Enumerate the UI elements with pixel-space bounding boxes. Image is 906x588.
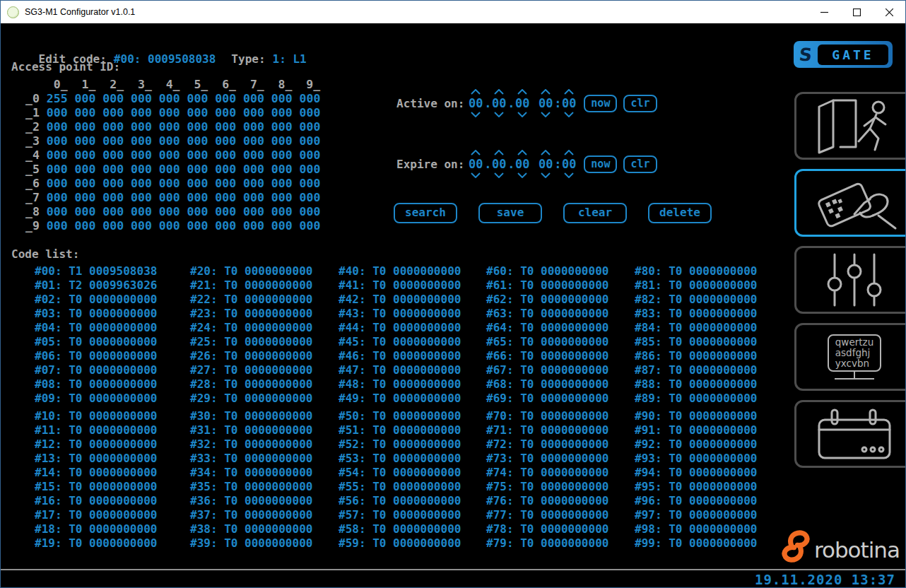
ap-cell-2-0[interactable]: 000 [40,120,68,134]
code-entry-60[interactable]: #60: T0 0000000000 [486,264,608,278]
ap-cell-6-9[interactable]: 000 [293,177,321,190]
code-entry-80[interactable]: #80: T0 0000000000 [635,264,757,278]
ap-cell-9-8[interactable]: 000 [264,219,293,233]
ap-cell-0-9[interactable]: 000 [293,92,321,105]
code-entry-49[interactable]: #49: T0 0000000000 [339,392,461,406]
spin-up-icon[interactable] [517,150,527,155]
code-entry-33[interactable]: #33: T0 0000000000 [190,452,312,466]
code-entry-51[interactable]: #51: T0 0000000000 [339,423,461,437]
save-button[interactable]: save [478,203,542,223]
spin-down-icon[interactable] [494,112,504,117]
code-entry-01[interactable]: #01: T2 0009963026 [35,278,157,293]
code-entry-68[interactable]: #68: T0 0000000000 [486,377,608,392]
ap-cell-3-1[interactable]: 000 [68,134,96,148]
ap-cell-1-2[interactable]: 000 [95,106,124,119]
code-entry-22[interactable]: #22: T0 0000000000 [190,293,312,307]
code-entry-36[interactable]: #36: T0 0000000000 [190,494,312,508]
ap-cell-9-3[interactable]: 000 [124,219,152,233]
code-entry-54[interactable]: #54: T0 0000000000 [339,466,461,480]
code-entry-21[interactable]: #21: T0 0000000000 [190,278,312,293]
code-entry-17[interactable]: #17: T0 0000000000 [35,508,157,522]
ap-cell-8-7[interactable]: 000 [236,205,264,218]
code-entry-53[interactable]: #53: T0 0000000000 [339,452,461,466]
ap-cell-2-2[interactable]: 000 [95,120,124,134]
ap-cell-9-5[interactable]: 000 [180,219,208,233]
sidebar-card-reader-button[interactable] [794,169,906,237]
code-entry-63[interactable]: #63: T0 0000000000 [486,307,608,321]
ap-cell-5-9[interactable]: 000 [293,163,321,176]
spin-up-icon[interactable] [541,89,551,95]
ap-cell-5-4[interactable]: 000 [152,163,180,176]
ap-cell-7-6[interactable]: 000 [208,191,236,204]
ap-cell-7-5[interactable]: 000 [180,191,208,204]
code-entry-06[interactable]: #06: T0 0000000000 [35,349,157,363]
code-entry-78[interactable]: #78: T0 0000000000 [486,522,608,536]
sidebar-door-access-button[interactable] [794,92,906,160]
ap-cell-3-7[interactable]: 000 [236,134,264,148]
code-entry-09[interactable]: #09: T0 0000000000 [35,392,157,406]
ap-cell-4-5[interactable]: 000 [180,148,208,162]
ap-cell-7-8[interactable]: 000 [264,191,293,204]
datetime-value[interactable]: 00 [515,96,529,110]
ap-cell-5-2[interactable]: 000 [95,163,124,176]
ap-cell-3-2[interactable]: 000 [95,134,124,148]
spin-down-icon[interactable] [564,112,574,117]
spin-down-icon[interactable] [471,112,481,117]
code-entry-70[interactable]: #70: T0 0000000000 [486,409,608,423]
ap-cell-0-4[interactable]: 000 [152,92,180,105]
code-entry-82[interactable]: #82: T0 0000000000 [635,293,757,307]
ap-cell-3-9[interactable]: 000 [293,134,321,148]
code-entry-98[interactable]: #98: T0 0000000000 [635,522,757,536]
ap-cell-0-8[interactable]: 000 [264,92,293,105]
code-entry-30[interactable]: #30: T0 0000000000 [190,409,312,423]
ap-cell-5-7[interactable]: 000 [236,163,264,176]
ap-cell-3-4[interactable]: 000 [152,134,180,148]
ap-cell-4-3[interactable]: 000 [124,148,152,162]
code-entry-58[interactable]: #58: T0 0000000000 [339,522,461,536]
code-entry-83[interactable]: #83: T0 0000000000 [635,307,757,321]
ap-cell-8-8[interactable]: 000 [264,205,293,218]
sidebar-keyboard-layout-button[interactable]: qwertzu asdfghj yxcvbn [794,323,906,391]
datetime-value[interactable]: 00 [562,157,576,171]
code-entry-40[interactable]: #40: T0 0000000000 [339,264,461,278]
ap-cell-9-4[interactable]: 000 [152,219,180,233]
code-entry-86[interactable]: #86: T0 0000000000 [635,349,757,363]
ap-cell-2-7[interactable]: 000 [236,120,264,134]
spin-up-icon[interactable] [471,150,481,155]
ap-cell-3-6[interactable]: 000 [208,134,236,148]
ap-cell-1-6[interactable]: 000 [208,106,236,119]
ap-cell-4-0[interactable]: 000 [40,148,68,162]
ap-cell-2-4[interactable]: 000 [152,120,180,134]
ap-cell-5-5[interactable]: 000 [180,163,208,176]
code-entry-34[interactable]: #34: T0 0000000000 [190,466,312,480]
ap-cell-1-4[interactable]: 000 [152,106,180,119]
ap-cell-6-6[interactable]: 000 [208,177,236,190]
ap-cell-3-8[interactable]: 000 [264,134,293,148]
code-entry-04[interactable]: #04: T0 0000000000 [35,321,157,335]
ap-cell-0-2[interactable]: 000 [95,92,124,105]
ap-cell-6-1[interactable]: 000 [68,177,96,190]
code-entry-74[interactable]: #74: T0 0000000000 [486,466,608,480]
code-entry-38[interactable]: #38: T0 0000000000 [190,522,312,536]
code-entry-28[interactable]: #28: T0 0000000000 [190,377,312,392]
spin-down-icon[interactable] [541,112,551,117]
code-entry-59[interactable]: #59: T0 0000000000 [339,536,461,551]
code-entry-24[interactable]: #24: T0 0000000000 [190,321,312,335]
code-entry-13[interactable]: #13: T0 0000000000 [35,452,157,466]
spin-down-icon[interactable] [564,172,574,178]
code-entry-90[interactable]: #90: T0 0000000000 [635,409,757,423]
code-entry-16[interactable]: #16: T0 0000000000 [35,494,157,508]
ap-cell-1-1[interactable]: 000 [68,106,96,119]
expire-now-button[interactable]: now [584,155,617,173]
ap-cell-6-4[interactable]: 000 [152,177,180,190]
code-entry-85[interactable]: #85: T0 0000000000 [635,335,757,349]
code-entry-89[interactable]: #89: T0 0000000000 [635,392,757,406]
code-entry-07[interactable]: #07: T0 0000000000 [35,363,157,377]
code-entry-20[interactable]: #20: T0 0000000000 [190,264,312,278]
ap-cell-2-9[interactable]: 000 [293,120,321,134]
code-entry-50[interactable]: #50: T0 0000000000 [339,409,461,423]
ap-cell-0-7[interactable]: 000 [236,92,264,105]
spin-up-icon[interactable] [564,89,574,95]
code-entry-92[interactable]: #92: T0 0000000000 [635,437,757,452]
code-entry-67[interactable]: #67: T0 0000000000 [486,363,608,377]
